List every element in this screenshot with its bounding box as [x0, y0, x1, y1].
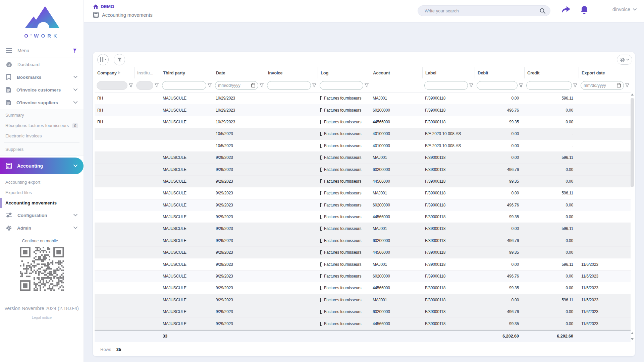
log-glyph-icon [320, 322, 322, 326]
sidebar-item-dashboard[interactable]: Dashboard [0, 58, 84, 71]
submenu-item-exported-files[interactable]: Exported files [0, 187, 84, 198]
table-row[interactable]: MAJUSCULE 9/29/2023 Factures fournisseur… [95, 306, 631, 318]
table-row[interactable]: MAJUSCULE 9/29/2023 Factures fournisseur… [95, 282, 631, 294]
legal-notice-link[interactable]: Legal notice [0, 315, 84, 319]
table-row[interactable]: MAJUSCULE 9/29/2023 Factures fournisseur… [95, 270, 631, 282]
search-icon[interactable] [540, 8, 545, 14]
table-row[interactable]: MAJUSCULE 9/29/2023 Factures fournisseur… [95, 294, 631, 306]
col-header-institution[interactable]: Institu... [134, 67, 160, 78]
table-row[interactable]: MAJUSCULE 9/29/2023 Factures fournisseur… [95, 152, 631, 164]
table-row[interactable]: MAJUSCULE 9/29/2023 Factures fournisseur… [95, 211, 631, 223]
cell-label: F/E-2023-10-008-AS [422, 131, 475, 136]
cell-log: Factures fournisseurs [318, 108, 370, 113]
page-title-row: Accounting movements [93, 12, 153, 18]
submenu-item-summary[interactable]: Summary [0, 110, 84, 120]
sidebar-item-accounting[interactable]: Accounting [0, 158, 84, 174]
table-row[interactable]: MAJUSCULE 9/29/2023 Factures fournisseur… [95, 223, 631, 235]
col-header-debit[interactable]: Debit [475, 67, 524, 78]
funnel-icon[interactable] [469, 83, 473, 87]
sidebar-item-configuration[interactable]: Configuration [0, 209, 84, 222]
table-row[interactable]: MAJUSCULE 9/29/2023 Factures fournisseur… [95, 235, 631, 247]
col-header-company[interactable]: Company [95, 67, 134, 78]
calendar-icon[interactable] [617, 83, 621, 87]
cell-date: 9/29/2023 [213, 191, 265, 195]
funnel-icon[interactable] [312, 83, 316, 87]
calendar-icon[interactable] [251, 83, 255, 87]
cell-account: MAJ001 [370, 298, 422, 302]
cell-company: RH [95, 96, 134, 101]
pin-icon[interactable] [72, 48, 77, 53]
search-bar[interactable] [418, 5, 550, 16]
funnel-icon[interactable] [155, 83, 159, 87]
log-filter-input[interactable] [323, 83, 360, 88]
cell-log: Factures fournisseurs [318, 203, 370, 207]
col-header-invoice[interactable]: Invoice [265, 67, 318, 78]
filter-button[interactable] [114, 54, 125, 65]
table-row[interactable]: MAJUSCULE 9/29/2023 Factures fournisseur… [95, 247, 631, 258]
export-date-filter-input[interactable]: mm/dd/yyyy [581, 81, 624, 90]
sidebar-item-oinvoice-customers[interactable]: O'Invoice customers [0, 83, 84, 96]
submenu-item-receptions[interactable]: Réceptions factures fournisseurs 0 [0, 120, 84, 131]
expand-column-group-icon[interactable] [118, 71, 120, 74]
funnel-icon[interactable] [260, 83, 264, 87]
grid-footer: Rows : 35 [93, 342, 635, 356]
submenu-item-electronic-invoices[interactable]: Electronic Invoices [0, 131, 84, 141]
submenu-item-suppliers[interactable]: Suppliers [0, 144, 84, 155]
vertical-scrollbar[interactable] [630, 93, 634, 342]
col-header-credit[interactable]: Credit [524, 67, 579, 78]
cell-account: 40100000 [370, 131, 422, 136]
table-row[interactable]: MAJUSCULE 9/29/2023 Factures fournisseur… [95, 199, 631, 211]
cell-credit: 0.00 [524, 309, 579, 314]
submenu-item-accounting-export[interactable]: Accounting export [0, 177, 84, 187]
credit-filter-input[interactable] [529, 83, 569, 88]
col-header-date[interactable]: Date [213, 67, 265, 78]
cell-account: MAJ001 [370, 191, 422, 195]
table-row[interactable]: 10/5/2023 Factures fournisseurs 40100000… [95, 140, 631, 152]
filter-log [318, 81, 370, 90]
search-input[interactable] [425, 8, 540, 13]
debit-filter-input[interactable] [480, 83, 515, 88]
table-row[interactable]: RH MAJUSCULE 10/29/2023 Factures fournis… [95, 104, 631, 116]
col-header-log[interactable]: Log [318, 67, 370, 78]
table-row[interactable]: MAJUSCULE 9/29/2023 Factures fournisseur… [95, 187, 631, 199]
funnel-icon[interactable] [573, 83, 577, 87]
col-header-third-party[interactable]: Third party [160, 67, 213, 78]
sidebar-item-bookmarks[interactable]: Bookmarks [0, 71, 84, 83]
grid-settings-button[interactable] [617, 55, 632, 65]
invoice-filter-input[interactable] [270, 83, 308, 88]
funnel-icon[interactable] [129, 83, 133, 87]
submenu-item-accounting-movements[interactable]: Accounting movements [0, 198, 84, 208]
col-header-label[interactable]: Label [422, 67, 475, 78]
cell-log: Factures fournisseurs [318, 131, 370, 136]
user-menu[interactable]: dinvoice [612, 7, 637, 12]
columns-button[interactable] [97, 54, 109, 65]
table-row[interactable]: MAJUSCULE 9/29/2023 Factures fournisseur… [95, 176, 631, 187]
scroll-up-arrow-icon[interactable] [631, 94, 634, 96]
sidebar-item-oinvoice-suppliers[interactable]: O'Invoice suppliers [0, 96, 84, 109]
cell-debit: 0.00 [475, 143, 524, 148]
sidebar-item-admin[interactable]: Admin [0, 222, 84, 234]
scroll-down-arrow-icon[interactable] [631, 338, 634, 340]
label-filter-input[interactable] [427, 83, 465, 88]
table-row[interactable]: RH MAJUSCULE 10/29/2023 Factures fournis… [95, 116, 631, 128]
date-filter-input[interactable]: mm/dd/yyyy [215, 81, 258, 90]
scroll-up-arrow-icon[interactable] [631, 332, 634, 334]
funnel-icon[interactable] [365, 83, 369, 87]
scrollbar-thumb[interactable] [631, 98, 634, 187]
table-row[interactable]: 10/5/2023 Factures fournisseurs 40100000… [95, 128, 631, 140]
sidebar-menu-toggle[interactable]: Menu [0, 43, 84, 58]
grid-toolbar [93, 52, 635, 67]
share-icon[interactable] [561, 5, 571, 14]
funnel-icon[interactable] [625, 83, 629, 87]
table-row[interactable]: MAJUSCULE 9/29/2023 Factures fournisseur… [95, 318, 631, 329]
col-header-account[interactable]: Account [370, 67, 422, 78]
table-row[interactable]: MAJUSCULE 9/29/2023 Factures fournisseur… [95, 258, 631, 270]
table-row[interactable]: MAJUSCULE 9/29/2023 Factures fournisseur… [95, 164, 631, 175]
breadcrumb[interactable]: DEMO [93, 4, 114, 9]
funnel-icon[interactable] [208, 83, 212, 87]
table-row[interactable]: RH MAJUSCULE 10/29/2023 Factures fournis… [95, 93, 631, 104]
notifications-bell-icon[interactable] [580, 5, 588, 15]
funnel-icon[interactable] [519, 83, 523, 87]
third-party-filter-input[interactable] [165, 83, 203, 88]
col-header-export-date[interactable]: Export date [579, 67, 631, 78]
